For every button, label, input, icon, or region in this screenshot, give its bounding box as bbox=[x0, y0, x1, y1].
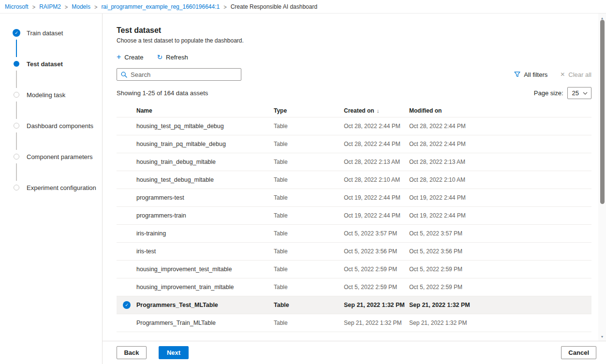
table-row-programmers-train-mltable[interactable]: Programmers_Train_MLTableTableSep 21, 20… bbox=[117, 314, 591, 332]
breadcrumb-link-raipm2[interactable]: RAIPM2 bbox=[39, 3, 61, 10]
table-row-programmers-test[interactable]: programmers-testTableOct 19, 2022 2:44 P… bbox=[117, 189, 591, 207]
step-label: Experiment configuration bbox=[27, 184, 96, 191]
page-title: Test dataset bbox=[117, 26, 591, 35]
cell-created-on: Oct 28, 2022 2:44 PM bbox=[344, 141, 409, 147]
step-experiment-configuration: Experiment configuration bbox=[13, 183, 102, 192]
step-label: Component parameters bbox=[27, 153, 93, 160]
cell-type: Table bbox=[274, 141, 344, 147]
sort-descending-icon: ↓ bbox=[377, 108, 380, 114]
table-row-housing-test-debug-mltable[interactable]: housing_test_debug_mltableTableOct 28, 2… bbox=[117, 171, 591, 189]
step-upcoming-circle-icon bbox=[14, 185, 19, 190]
cell-name: housing_train_debug_mltable bbox=[136, 159, 274, 165]
all-filters-label: All filters bbox=[524, 71, 547, 78]
table-row-iris-training[interactable]: iris-trainingTableOct 5, 2022 3:57 PMOct… bbox=[117, 225, 591, 243]
scrollbar-thumb[interactable] bbox=[600, 20, 605, 204]
table-row-programmers-test-mltable[interactable]: ✓Programmers_Test_MLTableTableSep 21, 20… bbox=[117, 296, 591, 314]
cell-modified-on: Oct 19, 2022 2:44 PM bbox=[409, 194, 591, 201]
table-row-housing-improvement-test-mltable[interactable]: housing_improvement_test_mltableTableOct… bbox=[117, 261, 591, 278]
cell-type: Table bbox=[274, 302, 344, 308]
vertical-scrollbar[interactable]: ▲ ▼ bbox=[598, 14, 606, 341]
filter-toolbar: All filters ✕ Clear all bbox=[117, 68, 591, 81]
cell-modified-on: Oct 5, 2022 3:56 PM bbox=[409, 248, 591, 255]
create-rai-dashboard-wizard: Microsoft > RAIPM2 > Models > rai_progra… bbox=[0, 0, 606, 364]
table-row-iris-test[interactable]: iris-testTableOct 5, 2022 3:56 PMOct 5, … bbox=[117, 243, 591, 261]
step-item-experiment-configuration[interactable]: Experiment configuration bbox=[13, 183, 102, 192]
cell-modified-on: Oct 28, 2022 2:10 AM bbox=[409, 176, 591, 183]
step-item-train-dataset[interactable]: ✓Train dataset bbox=[13, 28, 102, 38]
results-summary: Showing 1-25 of 164 data assets bbox=[117, 89, 208, 97]
cell-type: Table bbox=[274, 266, 344, 273]
table-row-programmers-train[interactable]: programmers-trainTableOct 19, 2022 2:44 … bbox=[117, 207, 591, 225]
wizard-stepper: ✓Train datasetTest datasetModeling taskD… bbox=[0, 14, 103, 364]
step-label: Test dataset bbox=[27, 60, 63, 68]
cell-type: Table bbox=[274, 212, 344, 219]
cell-name: housing_improvement_train_mltable bbox=[136, 284, 274, 291]
row-select-cell: ✓ bbox=[117, 301, 136, 309]
cell-type: Table bbox=[274, 176, 344, 183]
filters-group: All filters ✕ Clear all bbox=[514, 71, 591, 78]
breadcrumb-link-model-version[interactable]: rai_programmer_example_reg_1660196644:1 bbox=[101, 3, 220, 10]
wizard-footer: Back Next Cancel bbox=[103, 341, 606, 364]
cell-type: Table bbox=[274, 194, 344, 201]
cell-name: Programmers_Train_MLTable bbox=[136, 320, 274, 326]
cell-type: Table bbox=[274, 284, 344, 291]
scrollbar-down-arrow-icon[interactable]: ▼ bbox=[598, 333, 606, 340]
data-assets-table: Name Type Created on ↓ Modified on housi… bbox=[117, 104, 591, 332]
cell-created-on: Sep 21, 2022 1:32 PM bbox=[344, 320, 409, 326]
page-size-value: 25 bbox=[572, 89, 579, 97]
create-button-label: Create bbox=[124, 54, 143, 61]
cell-created-on: Oct 19, 2022 2:44 PM bbox=[344, 212, 409, 219]
step-upcoming-circle-icon bbox=[14, 92, 19, 98]
create-button[interactable]: + Create bbox=[117, 53, 143, 61]
search-icon bbox=[121, 72, 127, 78]
step-item-test-dataset[interactable]: Test dataset bbox=[13, 59, 102, 69]
step-connector bbox=[16, 102, 17, 119]
back-button[interactable]: Back bbox=[117, 346, 147, 359]
breadcrumb-link-models[interactable]: Models bbox=[72, 3, 90, 10]
column-header-created-on[interactable]: Created on ↓ bbox=[344, 107, 409, 114]
all-filters-button[interactable]: All filters bbox=[514, 71, 547, 78]
cell-created-on: Oct 5, 2022 2:59 PM bbox=[344, 284, 409, 291]
step-test-dataset: Test dataset bbox=[13, 59, 102, 88]
refresh-button[interactable]: ↻ Refresh bbox=[157, 53, 188, 61]
table-row-housing-train-pq-mltable-debug[interactable]: housing_train_pq_mltable_debugTableOct 2… bbox=[117, 135, 591, 153]
clear-all-button[interactable]: ✕ Clear all bbox=[560, 71, 591, 78]
breadcrumb-separator-icon: > bbox=[32, 3, 35, 10]
step-upcoming-circle-icon bbox=[14, 123, 19, 129]
cell-modified-on: Oct 19, 2022 2:44 PM bbox=[409, 212, 591, 219]
table-row-housing-train-debug-mltable[interactable]: housing_train_debug_mltableTableOct 28, … bbox=[117, 153, 591, 171]
step-connector bbox=[16, 163, 17, 181]
cell-created-on: Oct 5, 2022 2:59 PM bbox=[344, 266, 409, 273]
cell-name: Programmers_Test_MLTable bbox=[136, 302, 274, 308]
filter-funnel-icon bbox=[514, 72, 520, 77]
cell-modified-on: Oct 5, 2022 2:59 PM bbox=[409, 284, 591, 291]
breadcrumb-link-microsoft[interactable]: Microsoft bbox=[5, 3, 29, 10]
next-button[interactable]: Next bbox=[159, 346, 189, 359]
cell-name: housing_improvement_test_mltable bbox=[136, 266, 274, 273]
cell-name: housing_test_debug_mltable bbox=[136, 176, 274, 183]
cell-name: iris-test bbox=[136, 248, 274, 255]
refresh-button-label: Refresh bbox=[166, 54, 188, 61]
column-header-type[interactable]: Type bbox=[274, 107, 344, 114]
step-item-modeling-task[interactable]: Modeling task bbox=[13, 90, 102, 100]
step-item-component-parameters[interactable]: Component parameters bbox=[13, 152, 102, 161]
cell-name: housing_test_pq_mltable_debug bbox=[136, 123, 274, 130]
step-current-dot-icon bbox=[14, 61, 19, 67]
step-connector bbox=[16, 40, 17, 57]
cancel-button[interactable]: Cancel bbox=[561, 346, 596, 359]
page-size-label: Page size: bbox=[534, 89, 563, 97]
column-header-name[interactable]: Name bbox=[136, 107, 274, 114]
main-panel: Test dataset Choose a test dataset to po… bbox=[103, 14, 606, 364]
cell-type: Table bbox=[274, 123, 344, 130]
page-size-dropdown[interactable]: 25 bbox=[567, 87, 591, 99]
table-row-housing-test-pq-mltable-debug[interactable]: housing_test_pq_mltable_debugTableOct 28… bbox=[117, 117, 591, 135]
cell-type: Table bbox=[274, 320, 344, 326]
column-header-modified-on[interactable]: Modified on bbox=[409, 107, 591, 114]
summary-row: Showing 1-25 of 164 data assets Page siz… bbox=[117, 87, 591, 99]
table-row-housing-improvement-train-mltable[interactable]: housing_improvement_train_mltableTableOc… bbox=[117, 278, 591, 296]
step-modeling-task: Modeling task bbox=[13, 90, 102, 119]
search-input[interactable] bbox=[131, 71, 237, 78]
step-item-dashboard-components[interactable]: Dashboard components bbox=[13, 121, 102, 131]
step-label: Dashboard components bbox=[27, 122, 93, 130]
cell-name: programmers-test bbox=[136, 194, 274, 201]
